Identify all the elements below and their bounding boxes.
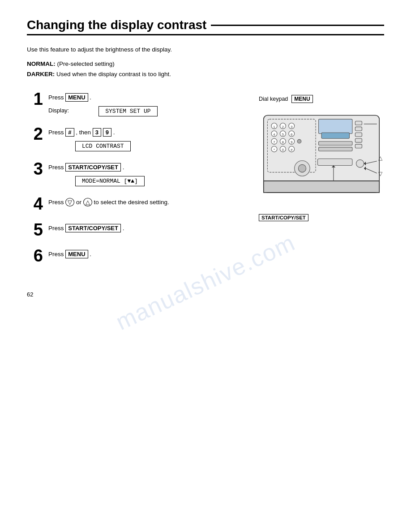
step-content-3: Press START/COPY/SET . MODE=NORMAL [▼▲] (48, 160, 250, 186)
svg-rect-39 (317, 159, 352, 165)
svg-rect-32 (355, 127, 362, 131)
page-number: 62 (27, 291, 384, 298)
display-box-3: MODE=NORMAL [▼▲] (75, 176, 145, 186)
diagram-area: Dial keypad MENU 1 2 3 4 5 6 (259, 95, 384, 273)
step-number-1: 1 (27, 90, 43, 107)
svg-rect-35 (355, 144, 362, 148)
setting-darker: DARKER: Used when the display contrast i… (27, 69, 384, 80)
step-5-text: Press START/COPY/SET . (48, 224, 250, 232)
key-9: 9 (103, 128, 111, 137)
svg-text:7: 7 (273, 140, 275, 144)
down-arrow-key-4: ▽ (65, 198, 74, 206)
svg-rect-28 (321, 133, 349, 138)
key-3: 3 (93, 128, 101, 137)
svg-point-37 (298, 164, 306, 172)
start-copy-set-key-3: START/COPY/SET (65, 163, 121, 172)
svg-point-38 (356, 159, 364, 167)
start-copy-set-key-5: START/COPY/SET (65, 224, 121, 232)
step-1-text: Press MENU . (48, 93, 250, 102)
svg-text:6: 6 (291, 133, 292, 137)
menu-label-diagram: MENU (291, 95, 313, 103)
step-3-text: Press START/COPY/SET . (48, 163, 250, 172)
step-number-2: 2 (27, 125, 43, 142)
diagram-labels-row: START/COPY/SET (259, 214, 384, 221)
svg-point-26 (297, 139, 301, 143)
svg-text:▽: ▽ (378, 171, 383, 177)
step-4: 4 Press ▽ or △ to select the desired set… (27, 195, 250, 212)
step-4-text: Press ▽ or △ to select the desired setti… (48, 198, 250, 206)
settings-list: NORMAL: (Pre-selected setting) DARKER: U… (27, 59, 384, 80)
svg-text:3: 3 (291, 124, 292, 129)
svg-text:8: 8 (282, 140, 284, 144)
main-content: 1 Press MENU . Display: SYSTEM SET UP 2 … (27, 90, 384, 273)
step-content-5: Press START/COPY/SET . (48, 221, 250, 235)
svg-text:5: 5 (282, 133, 284, 137)
svg-rect-34 (355, 138, 362, 142)
menu-key-1: MENU (65, 93, 88, 102)
step-content-1: Press MENU . Display: SYSTEM SET UP (48, 90, 250, 116)
step-1-display-row: Display: SYSTEM SET UP (48, 104, 250, 116)
step-number-6: 6 (27, 247, 43, 264)
step-1: 1 Press MENU . Display: SYSTEM SET UP (27, 90, 250, 116)
menu-key-6: MENU (65, 250, 88, 258)
svg-rect-40 (264, 181, 379, 193)
steps-area: 1 Press MENU . Display: SYSTEM SET UP 2 … (27, 90, 250, 273)
intro-text: Use this feature to adjust the brightnes… (27, 46, 384, 53)
up-arrow-key-4: △ (83, 198, 92, 206)
svg-text:4: 4 (273, 133, 275, 137)
step-3: 3 Press START/COPY/SET . MODE=NORMAL [▼▲… (27, 160, 250, 186)
svg-rect-31 (355, 121, 362, 125)
svg-rect-30 (319, 147, 352, 151)
step-content-2: Press # , then 3 9 . LCD CONTRAST (48, 125, 250, 151)
step-2: 2 Press # , then 3 9 . LCD CONTRAST (27, 125, 250, 151)
svg-text:*: * (274, 148, 275, 152)
setting-normal: NORMAL: (Pre-selected setting) (27, 59, 384, 69)
svg-rect-33 (355, 133, 362, 137)
step-number-5: 5 (27, 221, 43, 238)
svg-rect-29 (319, 142, 352, 146)
svg-rect-27 (319, 119, 352, 133)
diagram-dial-keypad-label: Dial keypad MENU (259, 95, 384, 103)
step-6-text: Press MENU . (48, 250, 250, 258)
step-5: 5 Press START/COPY/SET . (27, 221, 250, 238)
step-6: 6 Press MENU . (27, 247, 250, 264)
svg-text:1: 1 (273, 124, 275, 129)
display-box-2: LCD CONTRAST (75, 141, 131, 151)
start-copy-set-label: START/COPY/SET (259, 214, 308, 221)
step-content-6: Press MENU . (48, 247, 250, 261)
svg-text:0: 0 (282, 148, 284, 152)
device-svg: 1 2 3 4 5 6 7 8 9 * 0 # (259, 106, 384, 212)
svg-text:2: 2 (282, 124, 284, 129)
svg-text:△: △ (378, 154, 383, 161)
svg-text:9: 9 (291, 140, 292, 144)
display-box-1: SYSTEM SET UP (98, 106, 157, 116)
page-title: Changing the display contrast (27, 18, 384, 35)
step-content-4: Press ▽ or △ to select the desired setti… (48, 195, 250, 209)
step-number-3: 3 (27, 160, 43, 177)
step-2-text: Press # , then 3 9 . (48, 128, 250, 137)
step-number-4: 4 (27, 195, 43, 212)
hash-key: # (65, 128, 74, 137)
